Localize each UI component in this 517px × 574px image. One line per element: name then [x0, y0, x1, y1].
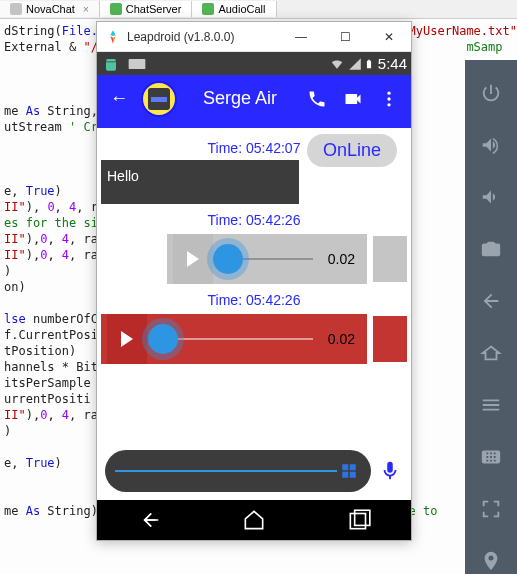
module-icon — [10, 3, 22, 15]
play-icon — [187, 251, 199, 267]
seek-thumb[interactable] — [148, 324, 178, 354]
message-input[interactable] — [105, 450, 371, 492]
ide-tabbar: NovaChat × ChatServer AudioCall — [0, 0, 517, 19]
audio-side-button[interactable] — [373, 236, 407, 282]
keyboard-small-icon — [127, 57, 147, 71]
ide-tab-label: AudioCall — [218, 3, 265, 15]
voice-call-button[interactable] — [303, 87, 331, 111]
wifi-icon — [328, 57, 346, 71]
android-status-bar: 5:44 — [97, 52, 411, 75]
audio-side-button[interactable] — [373, 316, 407, 362]
emulator-sidebar — [465, 60, 517, 574]
audio-seek-track[interactable] — [153, 338, 313, 340]
robot-icon — [101, 57, 121, 71]
input-underline — [115, 470, 337, 472]
online-status-chip: OnLine — [307, 134, 397, 167]
audio-seek-track[interactable] — [219, 258, 313, 260]
ide-tab-novachat[interactable]: NovaChat × — [0, 1, 100, 17]
ide-tab-label: NovaChat — [26, 3, 75, 15]
video-call-button[interactable] — [339, 87, 367, 111]
status-time: 5:44 — [378, 55, 407, 72]
play-button[interactable] — [107, 314, 147, 364]
window-maximize-button[interactable]: ☐ — [323, 22, 367, 51]
incoming-text-message[interactable]: Hello — [101, 160, 299, 204]
outgoing-audio-message: 0.02 — [101, 314, 407, 364]
svg-rect-5 — [350, 464, 356, 470]
back-arrow-icon[interactable] — [480, 290, 502, 312]
emulator-window: Leapdroid (v1.8.0.0) — ☐ ✕ 5:44 ← Serge — [96, 21, 412, 541]
svg-rect-6 — [342, 472, 348, 478]
emulator-title: Leapdroid (v1.8.0.0) — [127, 30, 279, 44]
svg-rect-0 — [129, 59, 146, 69]
play-icon — [121, 331, 133, 347]
svg-rect-9 — [354, 510, 369, 525]
camera-icon[interactable] — [480, 238, 502, 260]
power-icon[interactable] — [480, 82, 502, 104]
signal-icon — [348, 57, 362, 71]
volume-down-icon[interactable] — [480, 186, 502, 208]
timestamp: Time: 05:42:26 — [97, 212, 411, 228]
play-button[interactable] — [173, 234, 213, 284]
home-outline-icon[interactable] — [480, 342, 502, 364]
seek-thumb[interactable] — [213, 244, 243, 274]
audio-player[interactable]: 0.02 — [167, 234, 367, 284]
svg-point-1 — [387, 91, 390, 94]
svg-point-3 — [387, 103, 390, 106]
ide-tab-audiocall[interactable]: AudioCall — [192, 1, 276, 17]
svg-rect-4 — [342, 464, 348, 470]
contact-avatar[interactable] — [141, 81, 177, 117]
battery-icon — [364, 56, 374, 72]
emulator-titlebar[interactable]: Leapdroid (v1.8.0.0) — ☐ ✕ — [97, 22, 411, 52]
android-nav-bar — [97, 500, 411, 540]
svg-point-2 — [387, 97, 390, 100]
location-icon[interactable] — [480, 550, 502, 572]
ide-tab-label: ChatServer — [126, 3, 182, 15]
audio-duration: 0.02 — [313, 331, 357, 347]
leapdroid-logo-icon — [105, 29, 121, 45]
audio-player[interactable]: 0.02 — [101, 314, 367, 364]
chat-header: ← Serge Air — [97, 75, 411, 122]
module-icon — [202, 3, 214, 15]
more-menu-button[interactable] — [375, 87, 403, 111]
volume-up-icon[interactable] — [480, 134, 502, 156]
contact-name: Serge Air — [185, 88, 295, 109]
timestamp: Time: 05:42:26 — [97, 292, 411, 308]
nav-home-button[interactable] — [224, 506, 284, 534]
window-minimize-button[interactable]: — — [279, 22, 323, 51]
chat-body[interactable]: OnLine Time: 05:42:07 Hello Time: 05:42:… — [97, 128, 411, 500]
keyboard-icon[interactable] — [480, 446, 502, 468]
module-icon — [110, 3, 122, 15]
nav-back-button[interactable] — [119, 506, 179, 534]
apps-grid-button[interactable] — [337, 459, 361, 483]
close-icon[interactable]: × — [83, 4, 89, 15]
ide-tab-chatserver[interactable]: ChatServer — [100, 1, 193, 17]
incoming-audio-message: 0.02 — [101, 234, 407, 284]
svg-rect-7 — [350, 472, 356, 478]
compose-bar — [97, 444, 411, 500]
nav-recent-button[interactable] — [329, 506, 389, 534]
menu-icon[interactable] — [480, 394, 502, 416]
mic-button[interactable] — [377, 458, 403, 484]
window-close-button[interactable]: ✕ — [367, 22, 411, 51]
fullscreen-icon[interactable] — [480, 498, 502, 520]
audio-duration: 0.02 — [313, 251, 357, 267]
back-button[interactable]: ← — [105, 88, 133, 109]
svg-rect-8 — [350, 514, 365, 529]
